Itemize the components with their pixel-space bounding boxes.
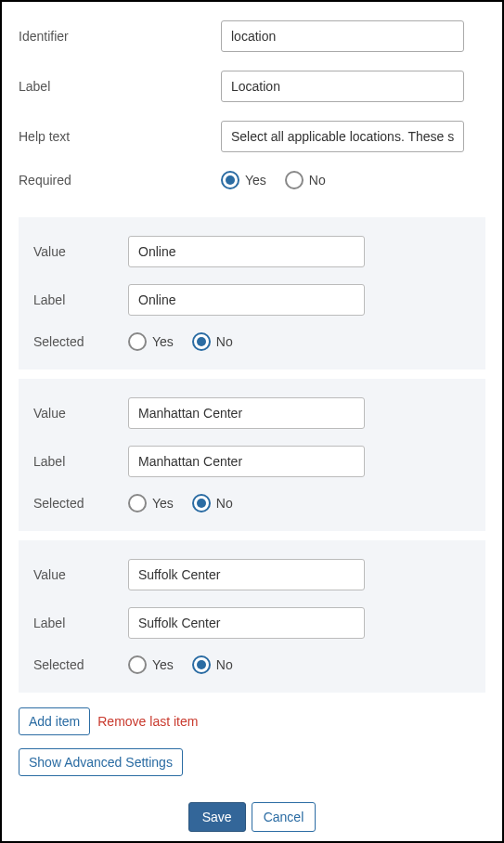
show-advanced-button[interactable]: Show Advanced Settings	[19, 748, 183, 776]
item-selected-no-radio[interactable]: No	[192, 332, 233, 351]
item-label-label: Label	[33, 616, 128, 630]
item-row-value: Value	[33, 559, 471, 590]
item-value-label: Value	[33, 406, 128, 421]
label-input[interactable]	[221, 71, 464, 102]
item-row-label: Label	[33, 607, 471, 639]
identifier-input[interactable]	[221, 20, 464, 52]
row-helptext: Help text	[19, 121, 485, 152]
label-label: Label	[19, 79, 221, 94]
radio-icon	[128, 332, 147, 351]
radio-yes-label: Yes	[152, 334, 174, 349]
item-card: Value Label Selected Yes No	[19, 379, 485, 531]
row-required: Required Yes No	[19, 171, 485, 189]
radio-yes-label: Yes	[245, 173, 266, 188]
radio-no-label: No	[309, 173, 326, 188]
form-panel: Identifier Label Help text Required Yes …	[0, 0, 504, 843]
item-row-selected: Selected Yes No	[33, 494, 471, 512]
radio-icon	[192, 332, 211, 351]
advanced-row: Show Advanced Settings	[19, 748, 485, 776]
item-row-selected: Selected Yes No	[33, 655, 471, 674]
item-selected-yes-radio[interactable]: Yes	[128, 494, 174, 512]
radio-icon	[221, 171, 239, 189]
item-row-label: Label	[33, 284, 471, 316]
row-label: Label	[19, 71, 485, 102]
item-label-input[interactable]	[128, 607, 365, 639]
save-button[interactable]: Save	[188, 802, 246, 832]
radio-yes-label: Yes	[152, 496, 174, 511]
radio-no-label: No	[216, 657, 233, 672]
item-label-label: Label	[33, 292, 128, 307]
radio-no-label: No	[216, 496, 233, 511]
add-item-button[interactable]: Add item	[19, 707, 90, 735]
item-value-label: Value	[33, 244, 128, 259]
radio-yes-label: Yes	[152, 657, 174, 672]
items-list: Value Label Selected Yes No	[19, 217, 485, 693]
item-selected-label: Selected	[33, 496, 128, 511]
item-actions: Add item Remove last item	[19, 707, 485, 735]
item-selected-no-radio[interactable]: No	[192, 655, 233, 674]
radio-icon	[128, 655, 147, 674]
footer-actions: Save Cancel	[19, 802, 485, 832]
identifier-label: Identifier	[19, 29, 221, 44]
helptext-input[interactable]	[221, 121, 464, 152]
item-row-value: Value	[33, 397, 471, 429]
required-no-radio[interactable]: No	[285, 171, 326, 189]
item-label-label: Label	[33, 454, 128, 469]
item-value-input[interactable]	[128, 397, 365, 429]
item-label-input[interactable]	[128, 446, 365, 477]
item-selected-radio-group: Yes No	[128, 655, 233, 674]
item-label-input[interactable]	[128, 284, 365, 316]
item-value-label: Value	[33, 567, 128, 582]
item-card: Value Label Selected Yes No	[19, 540, 485, 693]
cancel-button[interactable]: Cancel	[252, 802, 317, 832]
item-card: Value Label Selected Yes No	[19, 217, 485, 370]
item-selected-yes-radio[interactable]: Yes	[128, 332, 174, 351]
item-selected-no-radio[interactable]: No	[192, 494, 233, 512]
radio-icon	[128, 494, 147, 512]
radio-icon	[192, 655, 211, 674]
item-selected-radio-group: Yes No	[128, 494, 233, 512]
radio-icon	[192, 494, 211, 512]
item-value-input[interactable]	[128, 559, 365, 590]
item-selected-label: Selected	[33, 657, 128, 672]
row-identifier: Identifier	[19, 20, 485, 52]
required-yes-radio[interactable]: Yes	[221, 171, 266, 189]
item-row-label: Label	[33, 446, 471, 477]
radio-icon	[285, 171, 304, 189]
remove-last-item-link[interactable]: Remove last item	[97, 714, 198, 729]
item-value-input[interactable]	[128, 236, 365, 267]
radio-no-label: No	[216, 334, 233, 349]
item-row-value: Value	[33, 236, 471, 267]
item-selected-radio-group: Yes No	[128, 332, 233, 351]
item-row-selected: Selected Yes No	[33, 332, 471, 351]
item-selected-yes-radio[interactable]: Yes	[128, 655, 174, 674]
required-radio-group: Yes No	[221, 171, 326, 189]
required-label: Required	[19, 173, 221, 188]
helptext-label: Help text	[19, 129, 221, 144]
item-selected-label: Selected	[33, 334, 128, 349]
